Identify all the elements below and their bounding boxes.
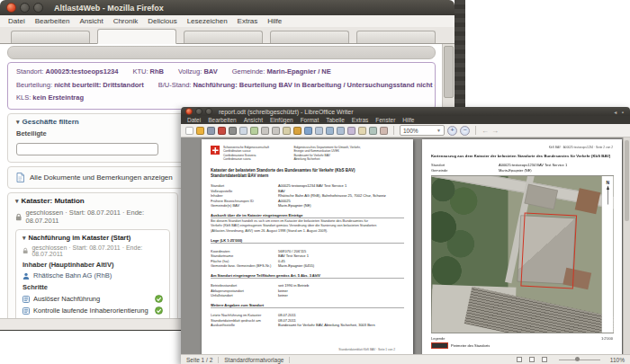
- page-footer: Standortdatenblatt KbS BAV · Seite 1 von…: [220, 348, 395, 351]
- data-row: AuskunftsstelleBundesamt für Verkehr BAV…: [211, 323, 404, 327]
- data-row: Koordinaten568'070 / 206'115: [211, 249, 404, 253]
- menu-item[interactable]: Extras: [238, 17, 258, 25]
- close-button[interactable]: [185, 108, 193, 115]
- firefox-titlebar: Altlast4Web - Mozilla Firefox: [0, 0, 454, 15]
- maximize-button[interactable]: [205, 108, 212, 115]
- menu-item[interactable]: Bearbeiten: [208, 117, 236, 123]
- filter-input[interactable]: [16, 143, 158, 155]
- app-tab[interactable]: [184, 31, 263, 43]
- data-row: Unfallstandortkeiner: [211, 293, 404, 297]
- export-pdf-icon[interactable]: [218, 127, 226, 135]
- zoom-in-button[interactable]: +: [447, 126, 457, 136]
- data-row: StandortA00025:testoeops1234 BAV Test Se…: [211, 184, 404, 189]
- maximize-button[interactable]: [33, 3, 43, 13]
- writer-scrollbar[interactable]: [623, 138, 630, 355]
- writer-window: report.odt (schreibgeschützt) - LibreOff…: [181, 107, 630, 364]
- app-tab[interactable]: [270, 31, 349, 43]
- firefox-menubar: DateiBearbeitenAnsichtChronikDeliciousLe…: [0, 15, 454, 28]
- view-multi-page-icon[interactable]: [529, 357, 535, 362]
- redo-icon[interactable]: [315, 127, 323, 135]
- north-arrow-icon: [606, 185, 610, 206]
- aerial-rail-tracks: [464, 287, 614, 333]
- step-row[interactable]: Kontrolle laufende Inhaberorientierung: [22, 306, 163, 315]
- minimize-button[interactable]: [195, 108, 202, 115]
- paste-icon[interactable]: [283, 127, 291, 135]
- zoom-slider-handle[interactable]: [575, 357, 580, 361]
- info-label: Beurteilung:: [16, 81, 52, 89]
- zoom-slider[interactable]: [559, 360, 600, 360]
- info-line-2: Beurteilung: nicht beurteilt: Drittstand…: [16, 79, 427, 93]
- gallery-icon[interactable]: [380, 127, 388, 135]
- menu-item[interactable]: Fenster: [375, 117, 395, 123]
- menu-item[interactable]: Tabelle: [326, 117, 345, 123]
- nachfuehrung-header[interactable]: ▾Nachführung im Kataster (Start): [22, 234, 163, 242]
- menu-item[interactable]: Chronik: [113, 17, 139, 25]
- scrollbar-thumb[interactable]: [444, 46, 454, 98]
- undo-icon[interactable]: [304, 127, 312, 135]
- menu-item[interactable]: Hilfe: [402, 117, 414, 123]
- hyperlink-icon[interactable]: [326, 127, 334, 135]
- menu-item[interactable]: Ansicht: [244, 117, 263, 123]
- menu-item[interactable]: Einfügen: [270, 117, 293, 123]
- data-row: StandortA00025:testoeops1234 BAV Test Se…: [431, 164, 613, 168]
- info-label: KLS:: [16, 93, 31, 102]
- menu-item[interactable]: Format: [301, 117, 320, 123]
- info-line-1: Standort: A00025:testoeops1234KTU: RhBVo…: [16, 66, 427, 79]
- forward-arrow-icon[interactable]: →: [491, 127, 499, 135]
- window-title: Altlast4Web - Mozilla Firefox: [54, 4, 164, 13]
- new-document-icon[interactable]: [185, 127, 194, 135]
- show-all-documents-link[interactable]: Alle Dokumente und Bemerkungen anzeigen: [30, 173, 173, 182]
- app-tab[interactable]: [11, 31, 90, 43]
- back-arrow-icon[interactable]: ←: [482, 127, 489, 135]
- toolbar-separator: [475, 126, 476, 135]
- copy-icon[interactable]: [272, 127, 280, 135]
- menu-item[interactable]: Extras: [352, 117, 368, 123]
- inhaber-entry[interactable]: Rhätische Bahn AG (RhB): [22, 271, 163, 280]
- view-single-page-icon[interactable]: [517, 357, 522, 362]
- menu-item[interactable]: Datei: [187, 117, 201, 123]
- scrollbar-thumb[interactable]: [625, 140, 629, 221]
- collapse-arrow-icon: ▾: [22, 235, 26, 241]
- format-paintbrush-icon[interactable]: [293, 127, 302, 135]
- info-label: Vollzug:: [178, 67, 202, 75]
- menu-item[interactable]: Datei: [8, 17, 25, 25]
- check-icon: [155, 306, 163, 315]
- menu-item[interactable]: Ansicht: [79, 17, 103, 25]
- cut-icon[interactable]: [261, 127, 269, 135]
- kataster-panel: ▾Kataster: Mutation geschlossen · Start:…: [7, 192, 178, 319]
- swiss-cross-logo: [211, 146, 220, 155]
- menu-item[interactable]: Lesezeichen: [187, 17, 228, 25]
- map-scale: 1:2'000: [601, 336, 613, 341]
- spelling-icon[interactable]: [250, 127, 258, 135]
- navigator-icon[interactable]: [369, 127, 377, 135]
- data-row: StandortnameBAV Test Service 1: [211, 253, 404, 258]
- view-book-icon[interactable]: [542, 357, 547, 362]
- open-icon[interactable]: [196, 127, 204, 135]
- draw-functions-icon[interactable]: [347, 127, 356, 135]
- titlebar-indicator-icons: ◂ ▪: [614, 109, 626, 115]
- kataster-header[interactable]: ▾Kataster: Mutation: [15, 197, 170, 205]
- save-icon[interactable]: [207, 127, 215, 135]
- info-value: nicht beurteilt: Drittstandort: [54, 81, 144, 89]
- menu-item[interactable]: Delicious: [148, 17, 176, 25]
- check-icon: [155, 295, 163, 303]
- page-preview-icon[interactable]: [239, 127, 248, 135]
- zoom-combobox[interactable]: 100%▼: [400, 125, 445, 136]
- site-perimeter-outline: [520, 212, 577, 289]
- menu-item[interactable]: Hilfe: [267, 17, 282, 25]
- table-icon[interactable]: [337, 127, 345, 135]
- minimize-button[interactable]: [20, 3, 30, 13]
- status-zoom: 110%: [610, 357, 625, 363]
- menu-item[interactable]: Bearbeiten: [35, 17, 70, 25]
- close-button[interactable]: [6, 3, 16, 13]
- print-icon[interactable]: [229, 127, 237, 135]
- info-value: Nachführung: Beurteilung BAV in Bearbeit…: [194, 81, 436, 89]
- filter-field: Beteiligte: [16, 129, 158, 156]
- find-replace-icon[interactable]: [358, 127, 366, 135]
- app-tab[interactable]: [97, 29, 176, 44]
- info-value: BAV: [203, 67, 217, 75]
- nachfuehrung-box: ▾Nachführung im Kataster (Start) geschlo…: [15, 229, 170, 319]
- step-row[interactable]: Auslöser Nachführung: [22, 295, 163, 303]
- app-tab[interactable]: [356, 31, 436, 43]
- zoom-out-button[interactable]: −: [460, 126, 470, 136]
